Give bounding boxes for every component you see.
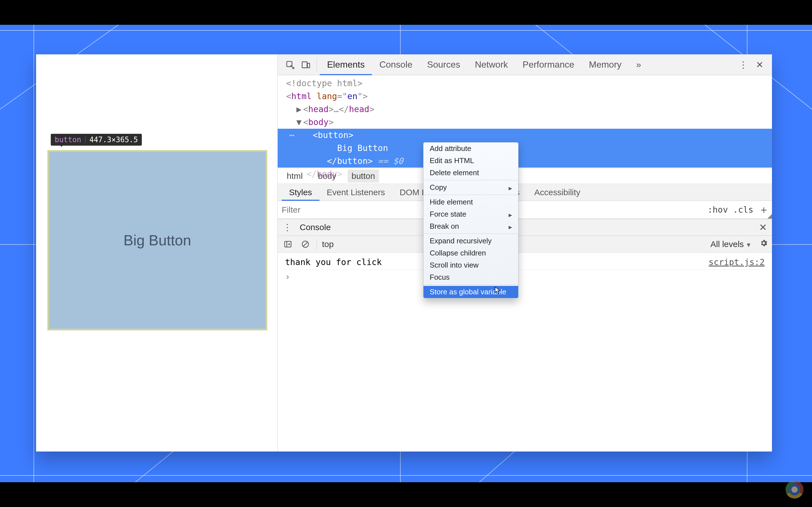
tab-performance[interactable]: Performance [515,54,581,75]
tabs-overflow[interactable]: » [629,54,649,75]
console-drawer-tabbar: Console [278,219,772,236]
slide-background: button 447.3×365.5 Big Button [0,25,812,482]
chrome-logo-icon [785,481,804,499]
console-source-link[interactable]: script.js:2 [709,257,765,267]
subtab-accessibility[interactable]: Accessibility [527,184,588,201]
hov-toggle[interactable]: :hov [708,205,728,215]
drawer-tab-console[interactable]: Console [293,223,338,232]
svg-rect-13 [307,63,310,68]
big-button-label: Big Button [123,232,191,249]
tab-network[interactable]: Network [467,54,515,75]
subtab-event-listeners[interactable]: Event Listeners [319,184,393,201]
device-toggle-icon[interactable] [298,54,314,75]
chevron-right-icon [509,183,512,192]
tooltip-dims: 447.3×365.5 [89,135,138,144]
ctx-focus[interactable]: Focus [423,271,518,283]
console-levels[interactable]: All levels [711,239,752,249]
console-log-line: thank you for click script.js:2 [285,255,765,270]
elements-subtabs: Styles Event Listeners DOM Breakpoints P… [278,184,772,201]
console-sidebar-icon[interactable] [282,238,294,250]
mouse-cursor-icon [495,286,501,295]
tab-elements[interactable]: Elements [320,54,372,75]
tab-memory[interactable]: Memory [581,54,629,75]
console-scope[interactable]: top [322,239,334,249]
dom-selected-node[interactable]: ⋯ <button> Big Button </button> == $0 [278,129,772,168]
ctx-add-attribute[interactable]: Add attribute [423,143,518,155]
styles-filter-row: :hov .cls ＋ [278,201,772,219]
inspect-tooltip: button 447.3×365.5 [51,134,142,146]
console-body[interactable]: thank you for click script.js:2 › [278,252,772,452]
svg-line-17 [303,242,308,246]
console-message: thank you for click [285,257,382,267]
drawer-kebab-icon[interactable] [282,222,293,233]
ctx-scroll[interactable]: Scroll into view [423,259,518,271]
svg-rect-12 [302,62,307,68]
tooltip-tag: button [55,135,81,144]
devtools-tabbar: Elements Console Sources Network Perform… [278,54,772,75]
clear-console-icon[interactable] [299,238,312,250]
ctx-copy[interactable]: Copy [423,181,518,193]
subtab-styles[interactable]: Styles [282,184,319,201]
resize-corner-icon[interactable] [767,214,772,219]
console-prompt[interactable]: › [285,270,765,282]
styles-filter-input[interactable] [282,205,400,215]
kebab-icon[interactable] [738,59,749,70]
ctx-hide[interactable]: Hide element [423,196,518,208]
drawer-close-icon[interactable] [759,222,767,233]
console-settings-icon[interactable] [760,239,768,249]
ctx-break-on[interactable]: Break on [423,220,518,232]
context-menu: Add attribute Edit as HTML Delete elemen… [423,142,518,298]
console-toolbar: top All levels [278,236,772,252]
chevron-right-icon [509,210,512,219]
ctx-edit-html[interactable]: Edit as HTML [423,155,518,167]
ctx-collapse[interactable]: Collapse children [423,247,518,259]
ctx-store-global[interactable]: Store as global variable [423,286,518,298]
dom-tree[interactable]: <!doctype html> <html lang="en"> ▶<head>… [278,75,772,168]
big-button[interactable]: Big Button [47,150,267,330]
page-pane: button 447.3×365.5 Big Button [36,54,277,452]
cls-toggle[interactable]: .cls [733,205,753,215]
inspect-icon[interactable] [282,54,298,75]
app-window: button 447.3×365.5 Big Button [36,54,772,452]
ctx-force-state[interactable]: Force state [423,208,518,220]
close-icon[interactable] [754,59,765,70]
devtools-panel: Elements Console Sources Network Perform… [277,54,772,452]
tab-sources[interactable]: Sources [420,54,467,75]
tab-console[interactable]: Console [372,54,419,75]
ctx-expand[interactable]: Expand recursively [423,235,518,247]
ctx-delete[interactable]: Delete element [423,167,518,179]
chevron-right-icon [509,222,512,231]
